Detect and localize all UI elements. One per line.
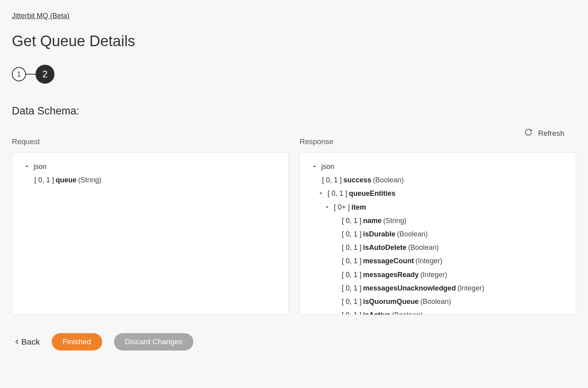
tree-row-queueentities[interactable]: [ 0, 1 ] queueEntities xyxy=(305,187,570,200)
field-name: isQuorumQueue xyxy=(363,295,419,308)
field-type: (Integer) xyxy=(420,268,447,281)
field-type: (Boolean) xyxy=(408,241,439,254)
field-type: (Integer) xyxy=(416,254,442,268)
field-name: messagesReady xyxy=(363,268,419,281)
cardinality: [ 0, 1 ] xyxy=(342,268,361,281)
discard-changes-button[interactable]: Discard Changes xyxy=(114,333,194,351)
tree-label: json xyxy=(34,160,47,173)
field-name: messagesUnacknowledged xyxy=(363,281,456,295)
cardinality: [ 0, 1 ] xyxy=(342,214,361,227)
field-name: item xyxy=(352,201,366,214)
refresh-icon[interactable] xyxy=(524,128,532,138)
cardinality: [ 0, 1 ] xyxy=(342,281,361,295)
tree-row-queue[interactable]: [ 0, 1 ] queue (String) xyxy=(18,173,283,187)
field-name: queueEntities xyxy=(349,187,395,200)
page-title: Get Queue Details xyxy=(12,33,576,50)
back-label: Back xyxy=(21,337,40,347)
section-title: Data Schema: xyxy=(12,105,576,117)
field-name: isDurable xyxy=(363,227,395,241)
field-type: (Boolean) xyxy=(397,227,428,241)
chevron-left-icon xyxy=(15,339,19,345)
field-name: success xyxy=(343,173,371,187)
cardinality: [ 0, 1 ] xyxy=(34,173,54,187)
finished-button[interactable]: Finished xyxy=(52,333,102,351)
tree-row-messagesready[interactable]: [ 0, 1 ] messagesReady (Integer) xyxy=(305,268,570,281)
stepper: 1 2 xyxy=(12,65,576,84)
tree-row-json[interactable]: json xyxy=(18,160,283,173)
tree-row-messagesunack[interactable]: [ 0, 1 ] messagesUnacknowledged (Integer… xyxy=(305,281,570,295)
cardinality: [ 0, 1 ] xyxy=(328,187,347,200)
cardinality: [ 0+ ] xyxy=(334,201,350,214)
tree-label: json xyxy=(321,160,334,173)
field-type: (String) xyxy=(78,173,101,187)
chevron-down-icon[interactable] xyxy=(23,164,30,169)
chevron-down-icon[interactable] xyxy=(317,191,324,196)
field-name: queue xyxy=(56,173,77,187)
chevron-down-icon[interactable] xyxy=(324,204,331,210)
refresh-label[interactable]: Refresh xyxy=(538,129,564,138)
step-connector xyxy=(26,74,36,75)
tree-row-isdurable[interactable]: [ 0, 1 ] isDurable (Boolean) xyxy=(305,227,570,241)
field-name: isAutoDelete xyxy=(363,241,406,254)
breadcrumb-link[interactable]: Jitterbit MQ (Beta) xyxy=(12,12,69,20)
response-schema-box: json [ 0, 1 ] success (Boolean) [ 0, 1 ]… xyxy=(300,152,576,315)
cardinality: [ 0, 1 ] xyxy=(342,254,361,268)
field-type: (Boolean) xyxy=(420,295,451,308)
tree-row-json[interactable]: json xyxy=(305,160,570,173)
tree-row-isactive[interactable]: [ 0, 1 ] isActive (Boolean) xyxy=(305,308,570,315)
step-1[interactable]: 1 xyxy=(12,67,26,81)
field-name: name xyxy=(363,214,382,227)
cardinality: [ 0, 1 ] xyxy=(322,173,342,187)
request-column-title: Request xyxy=(12,137,288,146)
step-2[interactable]: 2 xyxy=(36,65,54,84)
tree-row-messagecount[interactable]: [ 0, 1 ] messageCount (Integer) xyxy=(305,254,570,268)
cardinality: [ 0, 1 ] xyxy=(342,227,361,241)
field-type: (String) xyxy=(383,214,406,227)
cardinality: [ 0, 1 ] xyxy=(342,295,361,308)
chevron-down-icon[interactable] xyxy=(311,164,318,169)
tree-row-item[interactable]: [ 0+ ] item xyxy=(305,201,570,214)
tree-row-isquorumqueue[interactable]: [ 0, 1 ] isQuorumQueue (Boolean) xyxy=(305,295,570,308)
field-type: (Boolean) xyxy=(373,173,404,187)
field-name: messageCount xyxy=(363,254,414,268)
tree-row-success[interactable]: [ 0, 1 ] success (Boolean) xyxy=(305,173,570,187)
field-type: (Integer) xyxy=(457,281,484,295)
response-column-title: Response xyxy=(300,137,576,146)
request-schema-box: json [ 0, 1 ] queue (String) xyxy=(12,152,288,315)
cardinality: [ 0, 1 ] xyxy=(342,308,361,315)
field-name: isActive xyxy=(363,308,390,315)
back-button[interactable]: Back xyxy=(15,337,40,347)
tree-row-isautodelete[interactable]: [ 0, 1 ] isAutoDelete (Boolean) xyxy=(305,241,570,254)
field-type: (Boolean) xyxy=(392,308,423,315)
tree-row-name[interactable]: [ 0, 1 ] name (String) xyxy=(305,214,570,227)
cardinality: [ 0, 1 ] xyxy=(342,241,361,254)
